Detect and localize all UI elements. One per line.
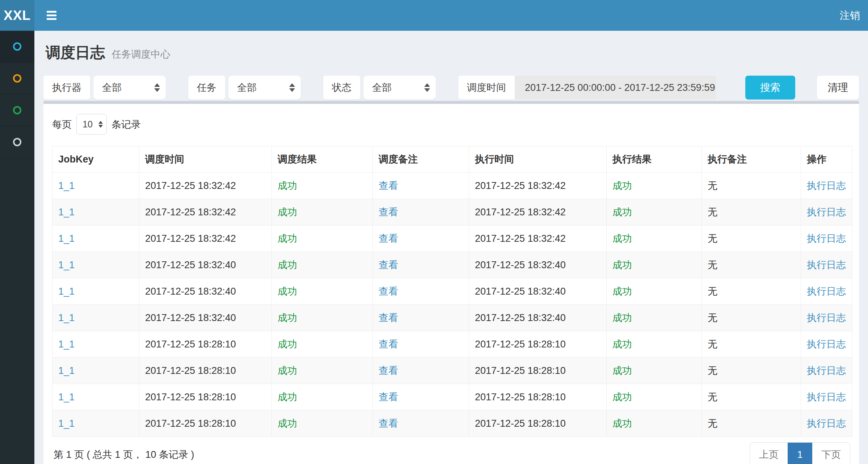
page-subtitle: 任务调度中心 [111, 49, 170, 60]
trigger-msg-view-link[interactable]: 查看 [379, 207, 398, 218]
handle-msg-cell: 无 [702, 410, 801, 437]
handle-time-cell: 2017-12-25 18:32:40 [469, 278, 607, 305]
jobkey-link[interactable]: 1_1 [58, 286, 75, 297]
trigger-msg-view-link[interactable]: 查看 [379, 392, 398, 402]
handle-time-cell: 2017-12-25 18:28:10 [469, 358, 607, 384]
page-size-suffix-label: 条记录 [111, 118, 141, 131]
table-row: 1_1 2017-12-25 18:28:10 成功 查看 2017-12-25… [52, 358, 852, 384]
menu-bar [47, 14, 56, 16]
trigger-time-cell: 2017-12-25 18:28:10 [139, 358, 272, 384]
jobkey-link[interactable]: 1_1 [58, 180, 75, 191]
jobkey-link[interactable]: 1_1 [58, 233, 75, 244]
current-page-button[interactable]: 1 [788, 443, 812, 464]
table-header-row: JobKey 调度时间 调度结果 调度备注 执行时间 执行结果 执行备注 操作 [52, 146, 852, 173]
circle-icon [13, 74, 21, 83]
exec-log-link[interactable]: 执行日志 [807, 207, 846, 218]
trigger-msg-view-link[interactable]: 查看 [379, 365, 398, 376]
column-header: 执行备注 [702, 146, 801, 173]
handle-result-status: 成功 [612, 180, 632, 191]
jobkey-link[interactable]: 1_1 [58, 365, 75, 376]
circle-icon [13, 138, 21, 146]
handle-result-status: 成功 [612, 207, 632, 218]
trigger-msg-view-link[interactable]: 查看 [379, 418, 398, 429]
jobkey-link[interactable]: 1_1 [58, 207, 75, 218]
trigger-result-status: 成功 [278, 233, 297, 244]
executor-filter-group: 执行器 全部 [43, 76, 166, 100]
trigger-result-status: 成功 [278, 207, 297, 218]
logout-button[interactable]: 注销 [840, 9, 860, 22]
sidebar-item[interactable] [0, 94, 34, 126]
search-button[interactable]: 搜索 [745, 76, 795, 100]
table-body: 1_1 2017-12-25 18:32:42 成功 查看 2017-12-25… [52, 173, 852, 437]
table-row: 1_1 2017-12-25 18:32:40 成功 查看 2017-12-25… [52, 278, 852, 305]
sidebar-item[interactable] [0, 126, 34, 158]
handle-time-cell: 2017-12-25 18:32:42 [469, 225, 607, 252]
handle-msg-cell: 无 [702, 278, 801, 305]
handle-msg-cell: 无 [702, 331, 801, 358]
handle-result-status: 成功 [612, 260, 632, 270]
exec-log-link[interactable]: 执行日志 [807, 339, 846, 350]
executor-filter-label: 执行器 [43, 76, 90, 100]
prev-page-button[interactable]: 上页 [750, 443, 788, 464]
time-range-input[interactable]: 2017-12-25 00:00:00 - 2017-12-25 23:59:5… [515, 76, 716, 100]
jobkey-link[interactable]: 1_1 [58, 418, 75, 429]
trigger-msg-view-link[interactable]: 查看 [379, 312, 398, 323]
table-row: 1_1 2017-12-25 18:32:42 成功 查看 2017-12-25… [52, 225, 852, 252]
trigger-msg-view-link[interactable]: 查看 [379, 233, 398, 244]
jobkey-link[interactable]: 1_1 [58, 339, 75, 350]
trigger-msg-view-link[interactable]: 查看 [379, 339, 398, 350]
trigger-result-status: 成功 [278, 339, 297, 350]
trigger-msg-view-link[interactable]: 查看 [379, 260, 398, 270]
menu-bar [47, 11, 56, 13]
handle-msg-cell: 无 [702, 384, 801, 410]
sidebar [0, 31, 34, 464]
select-arrows-icon [98, 121, 103, 128]
exec-log-link[interactable]: 执行日志 [807, 180, 846, 191]
handle-time-cell: 2017-12-25 18:28:10 [469, 331, 607, 358]
page-header: 调度日志 任务调度中心 [46, 43, 859, 63]
executor-select[interactable]: 全部 [93, 76, 166, 100]
trigger-result-status: 成功 [278, 418, 297, 429]
filter-toolbar: 执行器 全部 任务 全部 状态 全部 调度时间 2017-12-25 00:00… [43, 76, 859, 100]
page-size-select[interactable]: 10 [76, 114, 107, 135]
handle-time-cell: 2017-12-25 18:32:42 [469, 199, 607, 225]
clear-button[interactable]: 清理 [817, 76, 859, 100]
sidebar-item[interactable] [0, 63, 34, 94]
column-header: 调度结果 [272, 146, 373, 173]
sidebar-item[interactable] [0, 31, 34, 63]
exec-log-link[interactable]: 执行日志 [807, 392, 846, 402]
time-filter-group: 调度时间 2017-12-25 00:00:00 - 2017-12-25 23… [458, 76, 716, 100]
jobkey-link[interactable]: 1_1 [58, 260, 75, 270]
job-filter-group: 任务 全部 [188, 76, 301, 100]
menu-bar [47, 18, 56, 20]
job-select-value: 全部 [237, 81, 257, 94]
trigger-msg-view-link[interactable]: 查看 [379, 286, 398, 297]
trigger-time-cell: 2017-12-25 18:28:10 [139, 410, 272, 437]
exec-log-link[interactable]: 执行日志 [807, 365, 846, 376]
trigger-result-status: 成功 [278, 180, 297, 191]
trigger-time-cell: 2017-12-25 18:32:40 [139, 278, 272, 305]
exec-log-link[interactable]: 执行日志 [807, 312, 846, 323]
handle-msg-cell: 无 [702, 252, 801, 278]
handle-msg-cell: 无 [702, 305, 801, 331]
jobkey-link[interactable]: 1_1 [58, 312, 75, 323]
table-row: 1_1 2017-12-25 18:32:42 成功 查看 2017-12-25… [52, 173, 852, 199]
handle-time-cell: 2017-12-25 18:28:10 [469, 410, 607, 437]
status-filter-label: 状态 [323, 76, 360, 100]
exec-log-link[interactable]: 执行日志 [807, 286, 846, 297]
handle-time-cell: 2017-12-25 18:32:40 [469, 305, 607, 331]
next-page-button[interactable]: 下页 [812, 443, 850, 464]
jobkey-link[interactable]: 1_1 [58, 392, 75, 402]
sidebar-toggle-menu-icon[interactable] [45, 9, 59, 22]
select-arrows-icon [424, 83, 430, 92]
column-header: JobKey [52, 146, 139, 173]
status-select[interactable]: 全部 [363, 76, 436, 100]
exec-log-link[interactable]: 执行日志 [807, 418, 846, 429]
handle-result-status: 成功 [612, 312, 632, 323]
handle-result-status: 成功 [612, 286, 632, 297]
exec-log-link[interactable]: 执行日志 [807, 233, 846, 244]
exec-log-link[interactable]: 执行日志 [807, 260, 846, 270]
job-select[interactable]: 全部 [228, 76, 301, 100]
handle-msg-cell: 无 [702, 225, 801, 252]
trigger-msg-view-link[interactable]: 查看 [379, 180, 398, 191]
